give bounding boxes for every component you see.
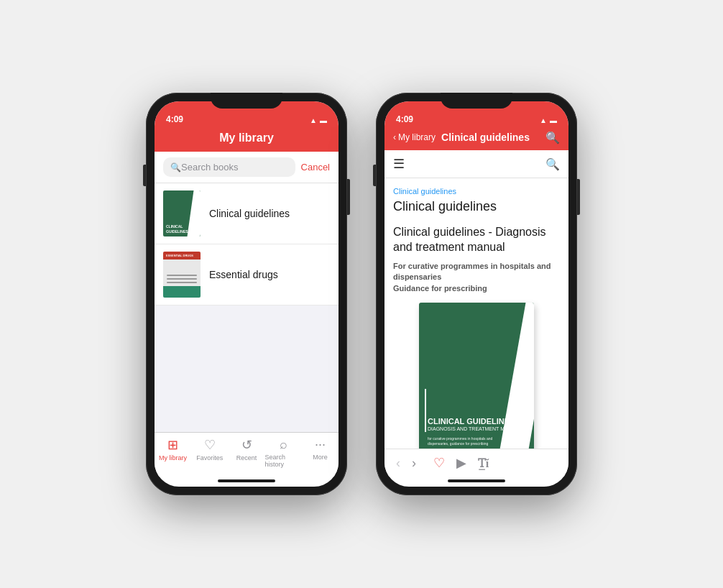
forward-page-button[interactable]: › [412, 456, 416, 471]
tab-library-icon: ⊞ [167, 437, 178, 453]
wifi-icon-1: ▲ [310, 116, 317, 124]
secondary-nav: ☰ 🔍 [384, 150, 568, 178]
subtitle-text-1: For curative programmes in hospitals and… [393, 262, 551, 281]
tab-favorites[interactable]: ♡ Favorites [191, 437, 228, 468]
cover-main-text: CLINICAL GUIDELINES Diagnosis and treatm… [428, 417, 521, 433]
search-row: 🔍 Search books Cancel [163, 157, 330, 177]
book-item-drugs[interactable]: ESSENTIAL DRUGS Essential drugs [155, 244, 339, 306]
share-button[interactable]: ▶ [456, 455, 466, 471]
battery-icon-2: ▬ [550, 116, 557, 124]
tab-favorites-icon: ♡ [204, 437, 216, 453]
detail-toolbar: ‹ › ♡ ▶ T̲ĭ [384, 449, 568, 477]
book-title-clinical: Clinical guidelines [209, 208, 290, 219]
tab-recent[interactable]: ↺ Recent [228, 437, 264, 468]
drugs-header-text: ESSENTIAL DRUGS [166, 254, 198, 257]
book-cover-drugs: ESSENTIAL DRUGS [163, 252, 201, 298]
text-size-button[interactable]: T̲ĭ [478, 456, 489, 470]
drugs-teal-accent [163, 286, 201, 298]
book-title-drugs: Essential drugs [209, 269, 278, 280]
drugs-line-3 [167, 282, 197, 283]
book-subtitle-1: For curative programmes in hospitals and… [393, 261, 560, 283]
search-icon-secondary[interactable]: 🔍 [545, 157, 560, 171]
notch-2 [441, 93, 512, 109]
tab-more-label: More [313, 454, 328, 461]
book-subtitle-2: Guidance for prescribing [393, 283, 560, 294]
time-2: 4:09 [396, 114, 413, 124]
time-1: 4:09 [166, 114, 183, 124]
heart-button[interactable]: ♡ [433, 455, 445, 471]
status-icons-1: ▲ ▬ [310, 116, 327, 124]
phone-1-screen: 4:09 ▲ ▬ My library 🔍 Search books Cance… [155, 101, 339, 487]
cover-clinical-text: CLINICALGUIDELINES [166, 224, 198, 234]
back-page-button[interactable]: ‹ [396, 456, 400, 471]
back-button[interactable]: ‹ My library [393, 132, 436, 142]
drugs-line-2 [167, 278, 197, 280]
book-cover-large: CLINICAL GUIDELINES Diagnosis and treatm… [419, 303, 534, 449]
search-icon: 🔍 [170, 162, 181, 173]
tab-recent-label: Recent [236, 454, 257, 461]
scene: 4:09 ▲ ▬ My library 🔍 Search books Cance… [132, 78, 591, 510]
tab-favorites-label: Favorites [196, 454, 223, 461]
phone-1: 4:09 ▲ ▬ My library 🔍 Search books Cance… [146, 93, 347, 495]
book-list: CLINICALGUIDELINES Clinical guidelines E… [155, 183, 339, 432]
search-icon-detail[interactable]: 🔍 [545, 131, 560, 144]
phone-2: 4:09 ▲ ▬ ‹ My library Clinical guideline… [376, 93, 577, 495]
drugs-lines [167, 275, 197, 285]
book-main-title: Clinical guidelines - Diagnosis and trea… [393, 225, 560, 255]
detail-nav-title: Clinical guidelines [441, 132, 530, 143]
tab-library-label: My library [159, 454, 187, 461]
detail-content: Clinical guidelines Clinical guidelines … [384, 178, 568, 449]
tab-search-label: Search history [265, 454, 302, 468]
cancel-button[interactable]: Cancel [301, 162, 330, 173]
tab-search-history[interactable]: ⌕ Search history [265, 437, 302, 468]
drugs-header: ESSENTIAL DRUGS [163, 252, 201, 259]
tab-my-library[interactable]: ⊞ My library [155, 437, 191, 468]
tab-search-icon: ⌕ [280, 437, 287, 452]
subtitle-text-2: Guidance for prescribing [393, 284, 487, 293]
book-cover-clinical: CLINICALGUIDELINES [163, 190, 201, 236]
home-indicator-2 [448, 479, 505, 482]
hamburger-icon[interactable]: ☰ [393, 156, 405, 172]
nav-bar-1: My library [155, 127, 339, 152]
status-icons-2: ▲ ▬ [540, 116, 557, 124]
drugs-line-1 [167, 275, 197, 276]
book-item-clinical[interactable]: CLINICALGUIDELINES Clinical guidelines [155, 183, 339, 244]
library-title: My library [219, 132, 274, 144]
tab-more[interactable]: ··· More [302, 437, 339, 468]
search-bar: 🔍 Search books Cancel [155, 152, 339, 183]
cover-title-line-2: Diagnosis and treatment manual [428, 426, 521, 432]
cover-title-line-1: CLINICAL GUIDELINES [428, 417, 521, 426]
search-input-wrapper[interactable]: 🔍 Search books [163, 157, 295, 177]
tab-recent-icon: ↺ [241, 437, 252, 453]
search-placeholder: Search books [181, 162, 288, 173]
section-title: Clinical guidelines [393, 198, 560, 215]
tab-bar-1: ⊞ My library ♡ Favorites ↺ Recent ⌕ Sear… [155, 432, 339, 477]
wifi-icon-2: ▲ [540, 116, 547, 124]
back-label: My library [398, 132, 436, 142]
cover-drugs-graphic: ESSENTIAL DRUGS [163, 252, 201, 298]
cover-clinical-graphic: CLINICALGUIDELINES [163, 190, 201, 236]
notch [211, 93, 282, 109]
phone-2-screen: 4:09 ▲ ▬ ‹ My library Clinical guideline… [384, 101, 568, 487]
nav-bar-2: ‹ My library Clinical guidelines 🔍 [384, 127, 568, 150]
battery-icon-1: ▬ [320, 116, 327, 124]
breadcrumb[interactable]: Clinical guidelines [393, 187, 560, 196]
cover-accent-bar [425, 389, 426, 432]
tab-more-icon: ··· [315, 437, 326, 452]
home-indicator-1 [218, 479, 275, 482]
back-chevron-icon: ‹ [393, 132, 396, 142]
cover-small-text: for curative programmes in hospitals and… [428, 436, 507, 446]
